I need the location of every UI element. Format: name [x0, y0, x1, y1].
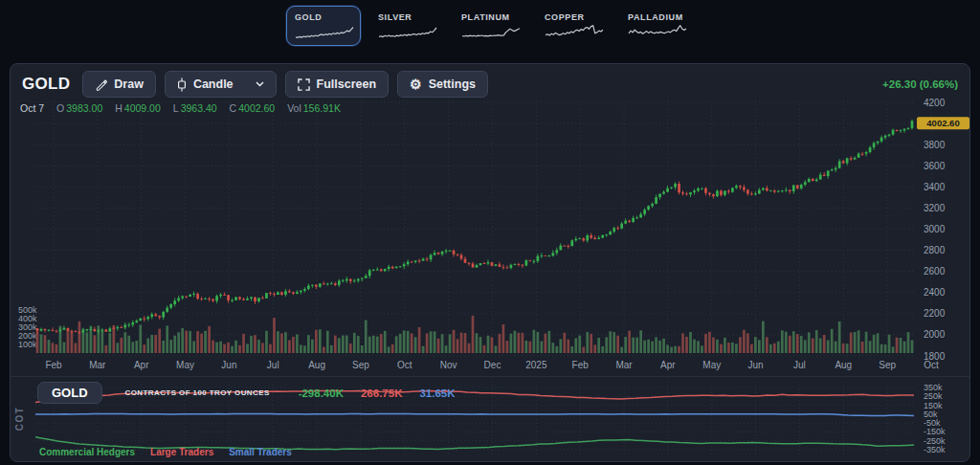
volume-bar — [303, 345, 306, 353]
volume-bar — [892, 346, 895, 353]
candle — [658, 193, 661, 199]
candle — [48, 329, 51, 332]
candle — [632, 216, 635, 223]
tab-palladium[interactable]: PALLADIUM — [619, 6, 694, 46]
cot-tick-label: -350k — [924, 445, 946, 454]
volume-bar — [670, 347, 673, 353]
tab-platinum[interactable]: PLATINUM — [453, 6, 527, 46]
volume-bar — [570, 346, 573, 353]
candle — [334, 282, 337, 286]
x-axis-month-label: 2025 — [525, 360, 547, 370]
candle — [678, 181, 680, 194]
candle — [854, 156, 857, 160]
sparkline-path — [379, 28, 436, 37]
draw-button[interactable]: Draw — [82, 71, 156, 98]
fullscreen-button[interactable]: Fullscreen — [285, 71, 390, 98]
tab-label: PALLADIUM — [628, 12, 685, 22]
chart-type-select[interactable]: Candle — [165, 71, 277, 98]
volume-bar — [307, 335, 310, 353]
candle — [173, 298, 176, 306]
grid-layer — [35, 100, 931, 356]
candle — [724, 190, 726, 196]
candle — [231, 299, 234, 303]
volume-bar — [430, 331, 433, 353]
candle — [457, 254, 459, 256]
volume-bar — [56, 344, 58, 353]
draw-button-label: Draw — [114, 78, 144, 91]
volume-bar — [181, 328, 184, 353]
candle — [762, 188, 765, 191]
volume-bar — [445, 345, 448, 353]
volume-bar — [639, 330, 642, 353]
volume-bar — [40, 334, 43, 353]
candle — [850, 156, 853, 161]
volume-bar — [238, 345, 241, 353]
candle — [888, 134, 891, 138]
volume-bar — [154, 335, 157, 353]
candle — [345, 277, 348, 283]
candle — [418, 258, 421, 263]
settings-button[interactable]: ⚙ Settings — [397, 71, 488, 98]
volume-bar — [612, 332, 615, 353]
candle — [593, 235, 596, 239]
volume-bar — [162, 341, 165, 353]
volume-bar — [315, 330, 318, 353]
candle — [487, 259, 490, 265]
x-axis-month-label: Nov — [440, 360, 457, 370]
volume-bar — [418, 327, 421, 353]
candle — [468, 262, 471, 266]
volume-bar — [388, 346, 390, 353]
volume-bar — [169, 340, 172, 353]
volume-bar — [44, 335, 47, 353]
price-change: +26.30 (0.66%) — [882, 78, 958, 90]
tab-gold[interactable]: GOLD — [286, 6, 361, 46]
volume-bar — [223, 344, 226, 353]
tab-copper[interactable]: COPPER — [536, 6, 611, 46]
ohlc-volume: Vol156.91K — [287, 102, 341, 114]
volume-bar — [395, 336, 398, 353]
volume-bar — [376, 337, 379, 353]
candle — [185, 296, 188, 299]
tab-sparkline — [295, 22, 354, 41]
sparkline-path — [462, 29, 520, 36]
candle — [181, 296, 184, 300]
x-axis-month-label: Jul — [267, 360, 279, 370]
cot-symbol-badge[interactable]: GOLD — [37, 382, 102, 404]
volume-bar — [678, 346, 680, 353]
volume-bar — [518, 333, 521, 353]
candle — [551, 251, 554, 257]
volume-bar — [166, 325, 168, 353]
candle — [502, 264, 505, 270]
candle — [123, 322, 126, 330]
candle — [388, 265, 390, 272]
volume-bar — [407, 331, 410, 353]
volume-bar — [380, 334, 383, 353]
volume-bar — [265, 331, 268, 353]
candle — [514, 263, 517, 265]
main-chart-canvas[interactable]: FebMarAprMayJunJulAugSepOctNovDec2025Feb… — [11, 97, 969, 376]
volume-bar — [769, 344, 772, 353]
volume-bar — [349, 343, 352, 353]
volume-bar — [743, 330, 746, 353]
volume-bar — [877, 333, 880, 353]
volume-bar — [593, 344, 596, 353]
x-axis-month-label: Apr — [660, 360, 676, 370]
candle — [685, 192, 688, 196]
candle — [789, 189, 791, 193]
tab-silver[interactable]: SILVER — [369, 6, 444, 46]
price-tick-label: 2600 — [924, 266, 946, 277]
candle — [40, 328, 43, 332]
candle — [411, 261, 413, 263]
volume-bar — [835, 342, 837, 353]
volume-bar — [269, 344, 272, 353]
candle — [94, 327, 97, 332]
volume-bar — [854, 332, 857, 353]
volume-bar — [94, 335, 97, 353]
candle — [215, 295, 218, 303]
candle — [395, 267, 398, 269]
candle — [838, 159, 841, 168]
candle — [731, 188, 734, 193]
candle — [476, 264, 479, 268]
ohlc-date: Oct 7 — [20, 102, 44, 114]
cot-legend: Commercial Hedgers Large Traders Small T… — [39, 447, 292, 457]
